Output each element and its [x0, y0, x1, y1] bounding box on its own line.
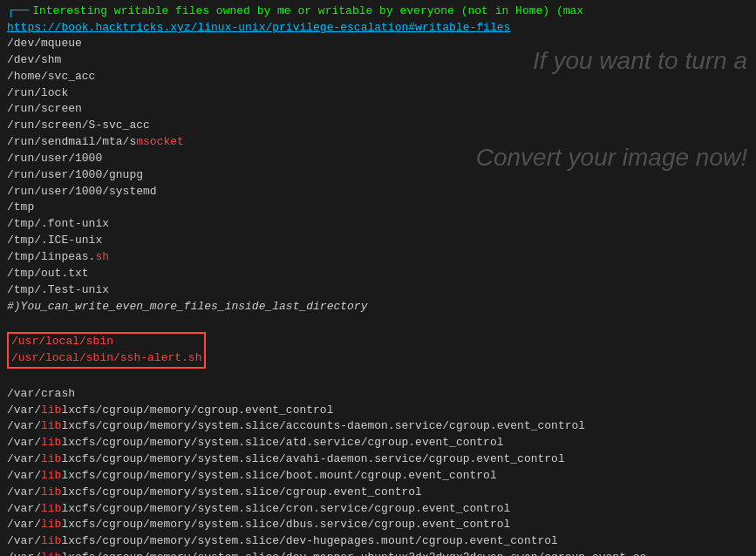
- terminal-content: /dev/mqueue /dev/shm /home/svc_acc /run/…: [0, 36, 756, 556]
- header-bar: ┌── Interesting writable files owned by …: [0, 0, 756, 21]
- line: /tmp/.ICE-unix: [7, 233, 749, 249]
- line: /run/screen: [7, 101, 749, 118]
- line: /run/lock: [7, 85, 749, 102]
- line: /var/liblxcfs/cgroup/memory/system.slice…: [7, 485, 749, 501]
- line: /dev/mqueue: [7, 36, 749, 52]
- line: /tmp/.Test-unix: [7, 282, 749, 299]
- line: [7, 370, 749, 386]
- line: /tmp/.font-unix: [7, 216, 749, 233]
- boxed-section: /usr/local/sbin /usr/local/sbin/ssh-aler…: [7, 332, 206, 369]
- line: /var/liblxcfs/cgroup/memory/system.slice…: [7, 468, 749, 485]
- line: /run/user/1000/systemd: [7, 184, 749, 200]
- line: /var/liblxcfs/cgroup/memory/system.slice…: [7, 435, 749, 451]
- header-link[interactable]: https://book.hacktricks.xyz/linux-unix/p…: [7, 21, 510, 34]
- terminal: ┌── Interesting writable files owned by …: [0, 0, 756, 556]
- line: /var/crash: [7, 386, 749, 403]
- line-usr-local-sbin: /usr/local/sbin: [11, 334, 201, 350]
- line: /tmp/linpeas.sh: [7, 249, 749, 266]
- line: /var/liblxcfs/cgroup/memory/system.slice…: [7, 517, 749, 533]
- line-ssh-alert: /usr/local/sbin/ssh-alert.sh: [11, 350, 201, 367]
- line: #)You_can_write_even_more_files_inside_l…: [7, 299, 749, 315]
- header-text: Interesting writable files owned by me o…: [32, 4, 583, 17]
- line: /run/user/1000/gnupg: [7, 167, 749, 184]
- line: /home/svc_acc: [7, 69, 749, 85]
- line: /var/liblxcfs/cgroup/memory/system.slice…: [7, 451, 749, 468]
- line: /dev/shm: [7, 52, 749, 69]
- header-bracket: ┌──: [7, 3, 29, 17]
- line: /var/liblxcfs/cgroup/memory/system.slice…: [7, 533, 749, 550]
- line: /tmp: [7, 200, 749, 216]
- line: /tmp/out.txt: [7, 266, 749, 282]
- line: /var/liblxcfs/cgroup/memory/system.slice…: [7, 501, 749, 518]
- line: /run/screen/S-svc_acc: [7, 118, 749, 134]
- line: /run/user/1000: [7, 151, 749, 167]
- line: /var/liblxcfs/cgroup/memory/cgroup.event…: [7, 403, 749, 419]
- line: [7, 315, 749, 331]
- line: /var/liblxcfs/cgroup/memory/system.slice…: [7, 550, 749, 556]
- line: /var/liblxcfs/cgroup/memory/system.slice…: [7, 418, 749, 435]
- line: /run/sendmail/mta/smsocket: [7, 134, 749, 151]
